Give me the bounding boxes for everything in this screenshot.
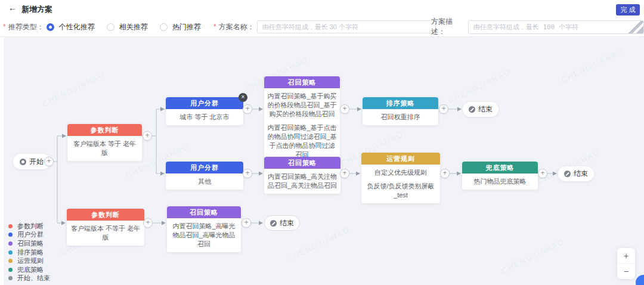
- node-condition: 召回权重排序: [363, 109, 438, 125]
- node-title: 召回策略: [167, 206, 241, 218]
- legend-dot: [8, 233, 13, 237]
- node-condition: 城市 等于 北京市: [166, 109, 243, 125]
- add-node-button[interactable]: +: [439, 104, 448, 114]
- recommend-type-label: 推荐类型：: [8, 22, 44, 32]
- add-node-button[interactable]: +: [44, 157, 54, 166]
- recommend-type-field: * 推荐类型： 个性化推荐 相关推荐 热门推荐: [3, 17, 210, 37]
- end-node-middle[interactable]: 结束: [558, 166, 594, 181]
- radio-popular-label[interactable]: 热门推荐: [172, 22, 201, 32]
- add-node-button[interactable]: +: [440, 169, 450, 178]
- recall-strategy-item: 内置召回策略_基于点击的物品协同过滤召回_基于点击的物品协同过滤召回: [267, 123, 337, 159]
- add-node-button[interactable]: +: [340, 169, 349, 178]
- canvas-zoom-panel: + −: [617, 248, 635, 279]
- legend-label: 兜底策略: [17, 265, 44, 274]
- end-node-label: 结束: [280, 218, 294, 228]
- node-title: 兜底策略: [462, 162, 538, 174]
- node-param-judge-b[interactable]: 参数判断 客户端版本 不等于 老年版: [67, 209, 144, 246]
- end-icon: [469, 106, 475, 113]
- node-condition: 其他: [166, 174, 243, 190]
- add-node-button[interactable]: +: [242, 218, 251, 228]
- node-title: 用户分群: [166, 162, 243, 174]
- node-sort-strategy[interactable]: 排序策略 召回权重排序: [363, 97, 438, 125]
- node-ops-rule[interactable]: 运营规则 自定义优先级规则 负反馈/负反馈类别屏蔽_test: [361, 153, 440, 203]
- legend-item-param: 参数判断: [8, 222, 50, 231]
- legend-item-recall: 召回策略: [8, 239, 50, 248]
- legend-label: 召回策略: [17, 239, 44, 248]
- node-recall-a[interactable]: 召回策略 内置召回策略_基于购买的价格段物品召回_基于购买的价格段物品召回 内置…: [264, 76, 340, 163]
- watermark-text: CHENGJIAHAO: [286, 225, 352, 263]
- node-user-segment-a[interactable]: × 用户分群 城市 等于 北京市: [166, 97, 243, 125]
- node-param-judge-a[interactable]: 参数判断 客户端版本 等于 老年版: [67, 124, 142, 161]
- start-node-label: 开始: [29, 157, 44, 167]
- plan-name-field: * 方案名称：: [213, 17, 436, 37]
- zoom-out-button[interactable]: −: [617, 264, 635, 279]
- node-condition: 内置召回策略_高关注物品召回_高关注物品召回: [264, 169, 340, 194]
- legend-dot: [8, 276, 13, 280]
- node-title: 参数判断: [67, 209, 144, 221]
- plan-desc-label: 方案描述：: [431, 17, 466, 37]
- legend-dot: [8, 241, 13, 246]
- radio-personalized-label[interactable]: 个性化推荐: [59, 22, 95, 32]
- finish-button[interactable]: 完 成: [616, 4, 640, 16]
- radio-related-label[interactable]: 相关推荐: [119, 22, 148, 32]
- ops-rule-item: 自定义优先级规则: [364, 168, 437, 177]
- legend-dot: [8, 268, 13, 272]
- node-title: 召回策略: [264, 76, 340, 88]
- node-condition: 客户端版本 等于 老年版: [67, 136, 142, 161]
- plan-name-input[interactable]: [257, 20, 436, 33]
- watermark-text: CHENGJIAHAO: [500, 237, 566, 275]
- node-fallback-strategy[interactable]: 兜底策略 热门物品兜底策略: [462, 162, 538, 190]
- watermark-text: CHENGJIAHAO: [41, 70, 107, 108]
- legend-dot: [8, 259, 13, 263]
- watermark-text: CHENGJIAHAO: [447, 67, 513, 105]
- end-icon: [270, 220, 277, 227]
- end-icon: [564, 171, 571, 177]
- plan-name-label: 方案名称：: [219, 22, 255, 32]
- start-icon: [20, 159, 26, 165]
- legend-item-sort: 排序策略: [8, 248, 50, 257]
- node-condition: 客户端版本 不等于 老年版: [67, 221, 144, 246]
- legend-label: 排序策略: [17, 248, 44, 257]
- legend-item-fallback: 兜底策略: [8, 265, 50, 274]
- node-user-segment-b[interactable]: 用户分群 其他: [166, 162, 243, 190]
- add-node-button[interactable]: +: [143, 218, 153, 228]
- radio-popular[interactable]: [160, 23, 168, 31]
- node-type-legend: 参数判断 用户分群 召回策略 排序策略 运营规则 兜底策略 开始、结束: [8, 222, 50, 283]
- add-node-button[interactable]: +: [243, 104, 252, 114]
- legend-item-user: 用户分群: [8, 231, 50, 240]
- node-recall-b[interactable]: 召回策略 内置召回策略_高关注物品召回_高关注物品召回: [264, 157, 340, 194]
- node-title: 排序策略: [363, 97, 438, 109]
- plan-desc-field: 方案描述：: [431, 17, 644, 37]
- back-arrow-icon[interactable]: ←: [8, 3, 17, 13]
- legend-label: 开始、结束: [17, 274, 50, 283]
- end-node-label: 结束: [478, 104, 493, 114]
- add-node-button[interactable]: +: [243, 169, 252, 178]
- watermark-text: CHENGJIAHAO: [560, 46, 626, 84]
- legend-dot: [8, 224, 13, 228]
- top-bar: ← 新增方案 完 成: [0, 0, 644, 17]
- add-node-button[interactable]: +: [538, 169, 547, 178]
- legend-item-ops: 运营规则: [8, 256, 50, 265]
- legend-label: 参数判断: [17, 222, 44, 231]
- close-icon[interactable]: ×: [239, 93, 247, 102]
- end-node-label: 结束: [574, 169, 588, 179]
- zoom-in-button[interactable]: +: [617, 248, 635, 264]
- node-recall-c[interactable]: 召回策略 内置召回策略_高曝光物品召回_高曝光物品召回: [167, 206, 241, 252]
- legend-item-start-end: 开始、结束: [8, 274, 50, 283]
- end-node-bottom[interactable]: 结束: [264, 215, 300, 231]
- plan-editor-page: ← 新增方案 完 成 * 推荐类型： 个性化推荐 相关推荐 热门推荐 * 方案名…: [0, 0, 644, 285]
- radio-personalized[interactable]: [47, 23, 54, 31]
- legend-label: 运营规则: [17, 256, 44, 265]
- plan-desc-input[interactable]: [468, 20, 644, 34]
- plan-form-row: * 推荐类型： 个性化推荐 相关推荐 热门推荐 * 方案名称： 方案描述：: [0, 17, 644, 37]
- add-node-button[interactable]: +: [340, 104, 349, 114]
- node-condition: 热门物品兜底策略: [462, 174, 538, 190]
- add-node-button[interactable]: +: [143, 131, 152, 141]
- end-node-top[interactable]: 结束: [463, 102, 499, 117]
- ops-rule-item: 负反馈/负反馈类别屏蔽_test: [364, 182, 437, 200]
- legend-dot: [8, 250, 13, 255]
- recall-strategy-item: 内置召回策略_基于购买的价格段物品召回_基于购买的价格段物品召回: [267, 92, 337, 119]
- node-title: 召回策略: [264, 157, 340, 169]
- radio-related[interactable]: [107, 23, 114, 31]
- legend-label: 用户分群: [17, 230, 44, 239]
